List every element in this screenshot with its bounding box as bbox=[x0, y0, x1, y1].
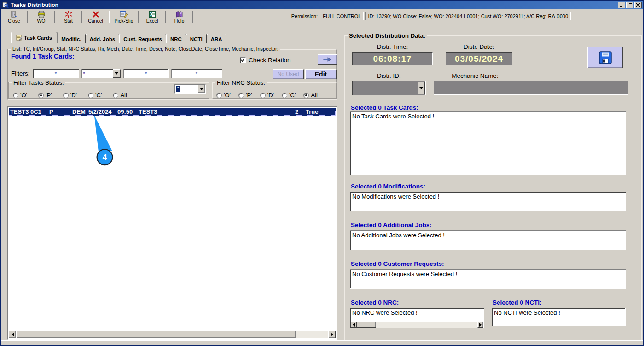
radio-nrc-c[interactable]: 'C' bbox=[282, 92, 296, 99]
close-button[interactable]: Close bbox=[2, 10, 26, 24]
tab-cust-requests[interactable]: Cust. Requests bbox=[119, 34, 166, 43]
scroll-left-button[interactable] bbox=[9, 331, 16, 338]
toolbar-separator bbox=[54, 11, 55, 23]
check-relation-label: Check Relation bbox=[249, 57, 291, 64]
empty-message: No Customer Requests were Selected ! bbox=[352, 270, 457, 277]
scroll-right-button[interactable] bbox=[328, 331, 336, 338]
wo-button[interactable]: WO bbox=[29, 10, 53, 24]
selected-ncti-list[interactable]: No NCTI were Selected ! bbox=[492, 308, 626, 326]
selected-modifications-list[interactable]: No Modifications were Selected ! bbox=[350, 192, 626, 211]
task-row-selected[interactable]: TEST3 0C1 P DEM 5/2/2024 09:50 TEST3 2 T… bbox=[9, 108, 336, 116]
selected-task-cards-list[interactable]: No Task Cards were Selected ! bbox=[350, 111, 626, 175]
no-used-label: No Used bbox=[278, 71, 299, 77]
triangle-right-icon bbox=[331, 333, 333, 336]
radio-nrc-d[interactable]: 'D' bbox=[260, 92, 274, 99]
radio-nrc-p[interactable]: 'P' bbox=[238, 92, 252, 99]
distr-date-value: 03/05/2024 bbox=[446, 52, 512, 65]
nrc-hscrollbar[interactable] bbox=[351, 322, 483, 328]
scroll-thumb[interactable] bbox=[357, 322, 376, 328]
permission-value: FULL CONTROL bbox=[320, 12, 364, 20]
printer-icon bbox=[37, 11, 46, 18]
scroll-right-button[interactable] bbox=[477, 322, 483, 328]
filter-input-4[interactable]: * bbox=[171, 69, 222, 78]
selected-nrc-list[interactable]: No NRC were Selected ! bbox=[350, 308, 484, 328]
task-card-icon bbox=[16, 35, 22, 41]
selected-customer-requests-list[interactable]: No Customer Requests were Selected ! bbox=[350, 269, 626, 289]
selected-additional-jobs-list[interactable]: No Additional Jobs were Selected ! bbox=[350, 230, 626, 250]
close-window-button[interactable] bbox=[634, 2, 642, 8]
radio-tasks-c[interactable]: 'C' bbox=[88, 92, 102, 99]
filter-input-1[interactable]: * bbox=[33, 69, 79, 78]
tab-ara[interactable]: ARA bbox=[207, 34, 226, 43]
radio-label: 'P' bbox=[246, 92, 252, 99]
filter-combo-2[interactable]: * bbox=[81, 69, 121, 78]
task-list[interactable]: TEST3 0C1 P DEM 5/2/2024 09:50 TEST3 2 T… bbox=[7, 106, 337, 340]
excel-button[interactable]: X Excel bbox=[140, 10, 164, 24]
tabstrip: Task Cards Modific. Add. Jobs Cust. Requ… bbox=[11, 32, 226, 43]
context-info: ID: 13290; WO Close: False; WO: 202404-L… bbox=[365, 12, 571, 20]
chevron-down-icon bbox=[115, 72, 118, 75]
dropdown-button[interactable] bbox=[418, 82, 425, 94]
help-button[interactable]: Help bbox=[167, 10, 191, 24]
tab-add-jobs[interactable]: Add. Jobs bbox=[86, 34, 120, 43]
list-columns-label: List: TC, Int/Group, Stat, NRC Status, R… bbox=[11, 46, 280, 52]
toolbar-button-label: WO bbox=[37, 18, 45, 23]
filter-tasks-status-label: Filter Tasks Status: bbox=[12, 79, 65, 86]
filter-input-3[interactable]: * bbox=[123, 69, 169, 78]
distr-id-combo[interactable] bbox=[352, 81, 426, 95]
minimize-button[interactable] bbox=[618, 2, 625, 8]
right-arrow-icon bbox=[323, 57, 332, 62]
radio-nrc-o[interactable]: 'O' bbox=[216, 92, 231, 99]
distribution-groupbox-label: Selected Distribution Data: bbox=[348, 32, 427, 39]
radio-tasks-d[interactable]: 'D' bbox=[63, 92, 77, 99]
tab-ncti[interactable]: NCTI bbox=[186, 34, 207, 43]
cell-date: 5/2/2024 bbox=[88, 108, 112, 115]
save-floppy-icon bbox=[598, 51, 612, 65]
edit-button[interactable]: Edit bbox=[305, 69, 337, 79]
tab-modific[interactable]: Modific. bbox=[57, 34, 85, 43]
cell-int-group: 0C1 bbox=[30, 108, 41, 115]
dropdown-button[interactable] bbox=[113, 69, 121, 78]
stat-button[interactable]: Stat bbox=[56, 10, 81, 24]
check-relation-checkbox[interactable] bbox=[240, 57, 246, 63]
svg-text:X: X bbox=[150, 12, 153, 17]
no-used-button[interactable]: No Used bbox=[273, 69, 304, 79]
distr-date-label: Distr. Date: bbox=[446, 43, 512, 50]
radio-icon bbox=[88, 93, 93, 98]
tab-nrc[interactable]: NRC bbox=[166, 34, 186, 43]
filter-value: * bbox=[83, 71, 85, 76]
cancel-button[interactable]: Cancel bbox=[83, 10, 108, 24]
restore-button[interactable] bbox=[626, 2, 633, 8]
radio-nrc-all[interactable]: All bbox=[303, 92, 317, 99]
tasks-distribution-window: Tasks Distribution bbox=[0, 0, 644, 346]
radio-tasks-o[interactable]: 'O' bbox=[13, 92, 27, 99]
scroll-left-button[interactable] bbox=[351, 322, 357, 328]
cell-descr: TEST3 bbox=[139, 108, 157, 115]
task-list-hscrollbar[interactable] bbox=[9, 331, 336, 338]
radio-icon bbox=[38, 93, 44, 98]
pick-slip-button[interactable]: Pick-Slip bbox=[110, 10, 137, 24]
filter-value: * bbox=[196, 71, 197, 76]
radio-icon bbox=[238, 93, 244, 98]
status-combo[interactable]: * bbox=[174, 84, 206, 94]
radio-icon bbox=[216, 93, 222, 98]
distr-id-label: Distr. ID: bbox=[352, 72, 426, 79]
filter-nrc-status-groupbox: Filter NRC Status: 'O' 'P' 'D' 'C' All bbox=[212, 82, 337, 99]
save-button[interactable] bbox=[587, 47, 623, 68]
selected-modifications-header: Selected 0 Modifications: bbox=[351, 183, 425, 190]
radio-label: 'D' bbox=[70, 92, 77, 99]
cell-count: 2 bbox=[295, 108, 298, 115]
distr-time-value: 06:08:17 bbox=[352, 52, 433, 65]
selected-nrc-header: Selected 0 NRC: bbox=[351, 299, 399, 306]
mechanic-name-field[interactable] bbox=[434, 81, 628, 95]
selected-additional-jobs-header: Selected 0 Additional Jobs: bbox=[351, 222, 432, 229]
minimize-icon bbox=[620, 3, 623, 7]
dropdown-button[interactable] bbox=[197, 85, 205, 93]
radio-tasks-p[interactable]: 'P' bbox=[38, 92, 52, 99]
tab-task-cards[interactable]: Task Cards bbox=[11, 32, 57, 43]
red-x-icon bbox=[92, 11, 99, 18]
filter-value: * bbox=[145, 71, 147, 76]
scroll-thumb[interactable] bbox=[16, 331, 296, 338]
radio-tasks-all[interactable]: All bbox=[113, 92, 127, 99]
distribute-arrow-button[interactable] bbox=[318, 54, 337, 65]
